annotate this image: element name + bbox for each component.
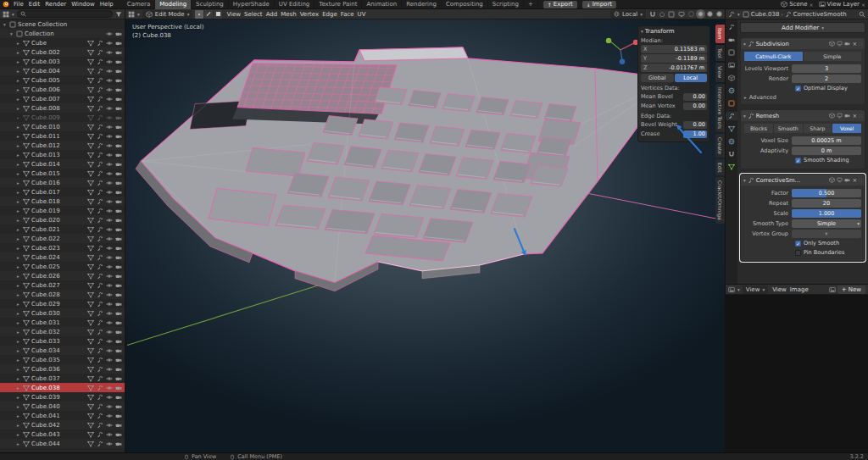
outliner-item-cube.026[interactable]: ▸Cube.026: [0, 271, 125, 280]
properties-tab-tool[interactable]: [726, 23, 737, 31]
median-z-field[interactable]: Z-0.011767 m: [641, 64, 707, 72]
outliner-item-cube.032[interactable]: ▸Cube.032: [0, 327, 125, 336]
expand-caret-icon[interactable]: ▸: [15, 152, 21, 158]
outliner-item-cube.006[interactable]: ▸Cube.006: [0, 85, 125, 94]
snap-magnet-icon[interactable]: [649, 11, 656, 18]
outliner-item-cube.040[interactable]: ▸Cube.040: [0, 402, 125, 411]
remesh-blocks-button[interactable]: Blocks: [744, 124, 773, 133]
blender-logo[interactable]: [3, 1, 9, 8]
outliner-item-cube.043[interactable]: ▸Cube.043: [0, 430, 125, 439]
axis-gizmo[interactable]: [606, 38, 638, 64]
filter-funnel-icon[interactable]: [115, 11, 122, 18]
outliner-item-cube.010[interactable]: ▸Cube.010: [0, 122, 125, 131]
expand-caret-icon[interactable]: ▸: [15, 404, 21, 409]
expand-caret-icon[interactable]: ▸: [15, 274, 21, 279]
sidebar-tab-interactive-tools[interactable]: Interactive Tools: [715, 84, 725, 132]
adaptivity-field[interactable]: 0 m: [792, 147, 861, 155]
outliner-item-cube.017[interactable]: ▸Cube.017: [0, 187, 125, 197]
outliner-item-cube.030[interactable]: ▸Cube.030: [0, 308, 125, 318]
viewport-menu-vertex[interactable]: Vertex: [298, 11, 321, 18]
drag-handle-icon[interactable]: ∷: [859, 177, 862, 183]
expand-caret-icon[interactable]: ▸: [15, 106, 21, 111]
outliner-item-cube.027[interactable]: ▸Cube.027: [0, 280, 125, 290]
outliner-item-cube.044[interactable]: ▸Cube.044: [0, 439, 125, 448]
properties-tab-modifiers[interactable]: [726, 112, 737, 120]
outliner-item-cube.020[interactable]: ▸Cube.020: [0, 215, 125, 224]
add-modifier-button[interactable]: Add Modifier▾: [740, 22, 865, 33]
remesh-sharp-button[interactable]: Sharp: [804, 124, 832, 133]
shading-material-button[interactable]: [707, 11, 713, 17]
viewport-menu-add[interactable]: Add: [264, 11, 280, 18]
workspace-tab-compositing[interactable]: Compositing: [442, 0, 488, 9]
crease-field[interactable]: 1.00: [683, 130, 707, 138]
outliner-item-cube.029[interactable]: ▸Cube.029: [0, 299, 125, 308]
image-datablock-icon[interactable]: [829, 286, 836, 293]
expand-caret-icon[interactable]: ▸: [15, 69, 21, 74]
global-orientation-button[interactable]: Global: [641, 74, 674, 82]
expand-caret-icon[interactable]: ▸: [15, 413, 21, 418]
view-layer-unlink-icon[interactable]: ×: [861, 2, 865, 8]
outliner-item-cube.028[interactable]: ▸Cube.028: [0, 290, 125, 299]
image-menu-view[interactable]: View: [771, 286, 788, 293]
expand-caret-icon[interactable]: ▾: [8, 31, 14, 36]
vertex-select-button[interactable]: [195, 10, 203, 19]
menu-render[interactable]: Render: [42, 1, 69, 8]
image-editor-canvas[interactable]: [726, 295, 868, 452]
expand-caret-icon[interactable]: ▸: [15, 423, 21, 428]
advanced-subpanel[interactable]: ▸Advanced: [744, 94, 861, 101]
viewport-menu-uv[interactable]: UV: [356, 11, 368, 18]
workspace-tab-animation[interactable]: Animation: [362, 0, 402, 9]
outliner-item-cube.037[interactable]: ▸Cube.037: [0, 374, 125, 383]
subdivision-simple-button[interactable]: Simple: [804, 52, 862, 61]
properties-tab-particles[interactable]: [726, 125, 737, 133]
optimal-display-checkbox[interactable]: ✓: [795, 86, 801, 91]
expand-caret-icon[interactable]: ▸: [15, 441, 21, 446]
voxel-size-field[interactable]: 0.00025 m: [792, 136, 861, 145]
render-display-icon[interactable]: [844, 41, 850, 47]
expand-caret-icon[interactable]: ▾: [2, 22, 8, 27]
expand-caret-icon[interactable]: ▸: [15, 302, 21, 307]
properties-tab-world[interactable]: [726, 86, 737, 95]
view-layer-selector[interactable]: View Layer×: [819, 1, 865, 8]
shading-wireframe-button[interactable]: [688, 11, 694, 17]
outliner-item-cube.007[interactable]: ▸Cube.007: [0, 94, 125, 103]
overlays-icon[interactable]: [678, 11, 685, 18]
viewport-editor-icon[interactable]: [128, 11, 135, 18]
sidebar-tab-create[interactable]: Create: [715, 134, 725, 158]
pin-boundaries-checkbox[interactable]: [795, 250, 801, 256]
modifier-name[interactable]: CorrectiveSm...: [756, 177, 800, 184]
outliner-item-cube.019[interactable]: ▸Cube.019: [0, 206, 125, 215]
corrective-smooth-header[interactable]: ▾ CorrectiveSm... × ∷: [741, 175, 865, 186]
outliner-item-cube.031[interactable]: ▸Cube.031: [0, 318, 125, 327]
outliner-item-cube.012[interactable]: ▸Cube.012: [0, 141, 125, 150]
expand-caret-icon[interactable]: ▸: [15, 50, 21, 55]
outliner-item-cube.035[interactable]: ▸Cube.035: [0, 355, 125, 364]
properties-tab-data[interactable]: [726, 163, 737, 171]
edit-mode-display-icon[interactable]: [829, 177, 835, 183]
properties-tab-output[interactable]: [726, 48, 737, 57]
outliner-item-cube.024[interactable]: ▸Cube.024: [0, 252, 125, 262]
outliner-item-cube.002[interactable]: ▸Cube.002: [0, 47, 125, 57]
menu-window[interactable]: Window: [69, 1, 97, 8]
import-button[interactable]: ↓Import: [582, 1, 616, 8]
outliner-item-cube.033[interactable]: ▸Cube.033: [0, 336, 125, 346]
outliner-item-cube.036[interactable]: ▸Cube.036: [0, 364, 125, 374]
collapse-icon[interactable]: ▾: [743, 114, 746, 119]
expand-caret-icon[interactable]: ▸: [15, 134, 21, 139]
shading-solid-button[interactable]: [698, 11, 704, 17]
only-smooth-checkbox[interactable]: ✓: [795, 241, 801, 247]
image-editor-icon[interactable]: [728, 286, 735, 293]
shading-rendered-button[interactable]: [716, 11, 722, 17]
collapse-icon[interactable]: ▾: [743, 178, 746, 183]
outliner-item-cube.013[interactable]: ▸Cube.013: [0, 150, 125, 159]
outliner-item-cube.015[interactable]: ▸Cube.015: [0, 169, 125, 178]
subdivision-header[interactable]: ▾ Subdivision × ∷: [741, 38, 865, 49]
mode-selector[interactable]: Edit Mode▾: [142, 10, 193, 19]
outliner-item-cube.005[interactable]: ▸Cube.005: [0, 75, 125, 85]
outliner-scene-collection[interactable]: ▾Scene Collection: [0, 19, 125, 29]
outliner-item-cube.018[interactable]: ▸Cube.018: [0, 197, 125, 206]
viewport-menu-mesh[interactable]: Mesh: [279, 11, 298, 18]
vertex-group-field[interactable]: ▾: [792, 230, 861, 238]
properties-editor-icon[interactable]: [728, 11, 735, 18]
outliner-item-cube.034[interactable]: ▸Cube.034: [0, 346, 125, 355]
